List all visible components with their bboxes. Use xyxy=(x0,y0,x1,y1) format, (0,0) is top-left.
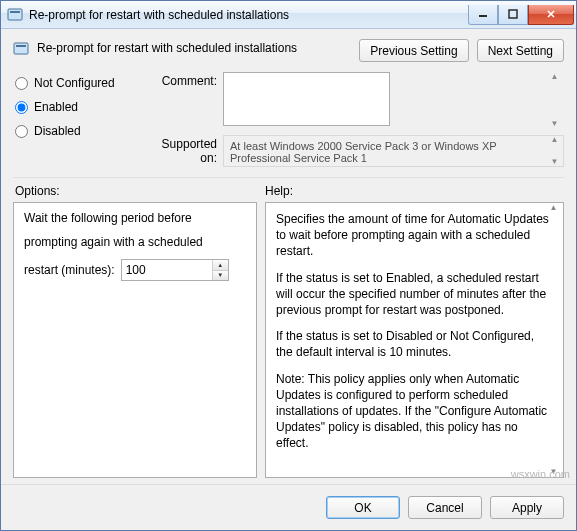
help-heading: Help: xyxy=(265,184,564,198)
help-paragraph: If the status is set to Disabled or Not … xyxy=(276,328,553,360)
options-pane: Wait the following period before prompti… xyxy=(13,202,257,478)
svg-rect-3 xyxy=(509,10,517,18)
policy-name: Re-prompt for restart with scheduled ins… xyxy=(37,39,359,55)
scroll-up-icon[interactable]: ▲ xyxy=(546,136,563,144)
restart-minutes-label: restart (minutes): xyxy=(24,263,115,277)
policy-dialog: Re-prompt for restart with scheduled ins… xyxy=(0,0,577,531)
radio-not-configured-input[interactable] xyxy=(15,77,28,90)
minimize-button[interactable] xyxy=(468,5,498,25)
svg-rect-0 xyxy=(8,9,22,20)
app-icon xyxy=(7,7,23,23)
scroll-up-icon[interactable]: ▲ xyxy=(546,73,563,81)
supported-on-text: At least Windows 2000 Service Pack 3 or … xyxy=(223,135,564,167)
ok-button[interactable]: OK xyxy=(326,496,400,519)
option-text-line1: Wait the following period before xyxy=(24,211,246,225)
help-paragraph: Specifies the amount of time for Automat… xyxy=(276,211,553,260)
close-button[interactable] xyxy=(528,5,574,25)
comment-textarea[interactable] xyxy=(223,72,390,126)
spin-up-button[interactable]: ▲ xyxy=(213,260,228,271)
svg-rect-4 xyxy=(14,43,28,54)
scroll-down-icon[interactable]: ▼ xyxy=(546,120,563,128)
divider xyxy=(13,177,564,178)
radio-not-configured[interactable]: Not Configured xyxy=(15,76,143,90)
titlebar[interactable]: Re-prompt for restart with scheduled ins… xyxy=(1,1,576,29)
scroll-down-icon[interactable]: ▼ xyxy=(546,158,563,166)
restart-minutes-input[interactable] xyxy=(122,260,212,280)
maximize-button[interactable] xyxy=(498,5,528,25)
scroll-down-icon[interactable]: ▼ xyxy=(545,468,562,476)
radio-disabled[interactable]: Disabled xyxy=(15,124,143,138)
policy-icon xyxy=(13,41,29,57)
apply-button[interactable]: Apply xyxy=(490,496,564,519)
radio-enabled[interactable]: Enabled xyxy=(15,100,143,114)
scroll-up-icon[interactable]: ▲ xyxy=(545,204,562,212)
options-heading: Options: xyxy=(13,184,265,198)
dialog-footer: OK Cancel Apply xyxy=(1,484,576,530)
cancel-button[interactable]: Cancel xyxy=(408,496,482,519)
comment-label: Comment: xyxy=(143,72,223,88)
state-radio-group: Not Configured Enabled Disabled xyxy=(13,72,143,167)
next-setting-button[interactable]: Next Setting xyxy=(477,39,564,62)
help-paragraph: Note: This policy applies only when Auto… xyxy=(276,371,553,452)
restart-minutes-spinner[interactable]: ▲ ▼ xyxy=(121,259,229,281)
spin-down-button[interactable]: ▼ xyxy=(213,271,228,281)
svg-rect-2 xyxy=(479,15,487,17)
radio-disabled-input[interactable] xyxy=(15,125,28,138)
previous-setting-button[interactable]: Previous Setting xyxy=(359,39,468,62)
help-paragraph: If the status is set to Enabled, a sched… xyxy=(276,270,553,319)
supported-label: Supported on: xyxy=(143,135,223,165)
help-pane: Specifies the amount of time for Automat… xyxy=(265,202,564,478)
svg-rect-5 xyxy=(16,45,26,47)
svg-rect-1 xyxy=(10,11,20,13)
radio-enabled-input[interactable] xyxy=(15,101,28,114)
option-text-line2: prompting again with a scheduled xyxy=(24,235,246,249)
window-title: Re-prompt for restart with scheduled ins… xyxy=(29,8,468,22)
